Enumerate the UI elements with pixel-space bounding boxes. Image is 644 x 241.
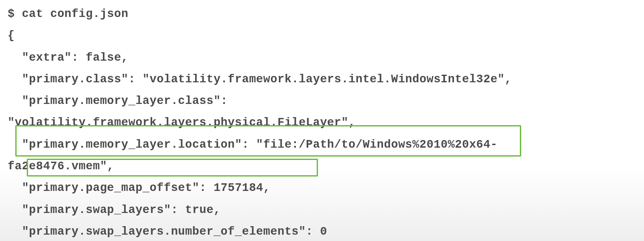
json-line-memory-layer-location-a: "primary.memory_layer.location": "file:/… xyxy=(8,134,644,156)
json-line-memory-layer-class-value: "volatility.framework.layers.physical.Fi… xyxy=(8,112,644,134)
json-open-brace: { xyxy=(8,25,644,47)
json-line-primary-class: "primary.class": "volatility.framework.l… xyxy=(8,69,644,90)
command-line: $ cat config.json xyxy=(8,3,644,25)
json-line-extra: "extra": false, xyxy=(8,47,644,69)
json-line-swap-layers-count: "primary.swap_layers.number_of_elements"… xyxy=(8,221,644,241)
json-line-page-map-offset: "primary.page_map_offset": 1757184, xyxy=(8,177,644,199)
terminal-output: $ cat config.json { "extra": false, "pri… xyxy=(8,3,644,241)
json-line-memory-layer-class-key: "primary.memory_layer.class": xyxy=(8,90,644,112)
json-line-memory-layer-location-b: fa2e8476.vmem", xyxy=(8,156,644,177)
json-line-swap-layers: "primary.swap_layers": true, xyxy=(8,199,644,221)
